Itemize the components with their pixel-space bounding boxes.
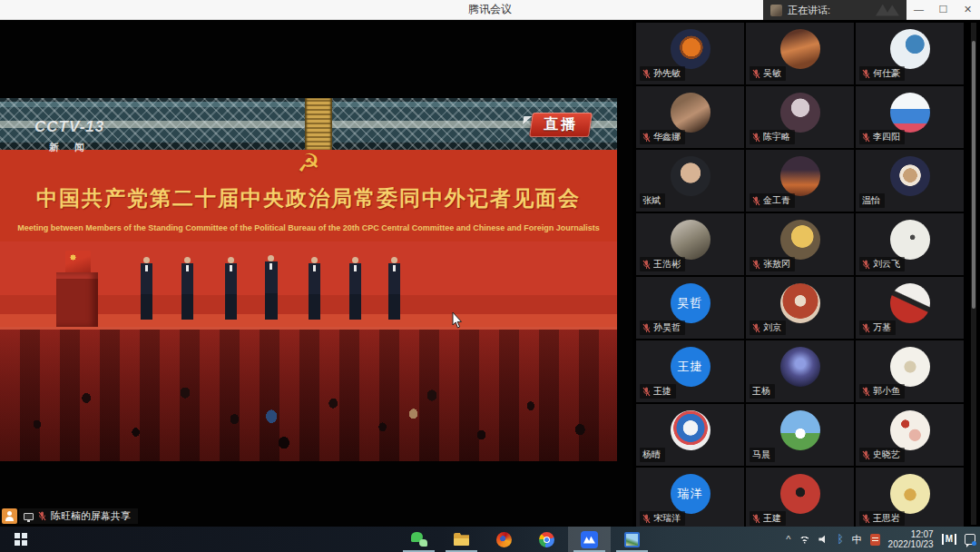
start-button[interactable] — [0, 527, 42, 552]
participant-tile[interactable]: 金工青 — [746, 150, 854, 212]
participant-tile[interactable]: 瑞洋 宋瑞洋 — [636, 468, 744, 527]
participant-tile[interactable]: 王杨 — [746, 340, 854, 402]
participant-name: 孙昊哲 — [653, 321, 681, 334]
participant-name: 万基 — [873, 321, 891, 334]
participant-tile[interactable]: 刘京 — [746, 277, 854, 339]
participant-name-tag: 吴敏 — [750, 66, 786, 81]
audience-area — [0, 327, 617, 461]
maximize-icon[interactable]: ☐ — [931, 0, 956, 20]
muted-mic-icon — [642, 387, 651, 397]
taskbar-app-explorer[interactable] — [440, 527, 483, 552]
standing-leader — [388, 263, 400, 320]
participant-avatar — [671, 29, 710, 69]
channel-name: CCTV-13 — [34, 118, 104, 136]
ime-indicator[interactable]: 中 — [852, 533, 862, 547]
participant-name-tag: 张斌 — [640, 193, 665, 208]
windows-logo-icon — [15, 533, 20, 538]
participant-tile[interactable]: 李四阳 — [856, 86, 964, 148]
participant-tile[interactable]: 王思岩 — [856, 468, 964, 527]
participant-tile[interactable]: 杨晴 — [636, 404, 744, 466]
muted-mic-icon — [752, 514, 760, 524]
participant-avatar: 瑞洋 — [671, 474, 710, 514]
participant-avatar — [890, 474, 930, 514]
participant-name: 王捷 — [653, 385, 671, 398]
participant-name: 刘云飞 — [873, 258, 900, 271]
participant-tile[interactable]: 陈宇略 — [746, 86, 854, 148]
participant-avatar — [890, 93, 930, 133]
standing-leader — [141, 263, 152, 320]
red-backdrop: ☭ 中国共产党第二十届中央政治局常委同中外记者见面会 Meeting betwe… — [0, 150, 617, 327]
taskbar-app-meeting[interactable] — [568, 527, 611, 552]
taskbar-app-firefox[interactable] — [483, 527, 525, 552]
participant-avatar — [890, 410, 930, 450]
muted-mic-icon — [862, 514, 870, 524]
clock-date: 2022/10/23 — [888, 539, 934, 549]
hidden-icons-chevron-icon[interactable]: ^ — [786, 534, 790, 545]
participant-name: 陈宇略 — [763, 131, 790, 143]
participant-tile[interactable]: 马晨 — [746, 404, 854, 466]
taskbar-app-photos[interactable] — [611, 527, 653, 552]
muted-mic-icon — [862, 133, 870, 143]
participant-name-tag: 华鑫娜 — [640, 130, 685, 144]
participant-avatar — [890, 283, 930, 323]
participant-tile[interactable]: 张敖冈 — [746, 213, 854, 275]
participant-tile[interactable]: 张斌 — [636, 150, 744, 212]
participant-avatar — [890, 29, 930, 69]
participant-tile[interactable]: 王建 — [746, 468, 854, 527]
participant-tile[interactable]: 温怡 — [856, 150, 964, 212]
standing-leader — [181, 263, 193, 320]
participant-name: 吴敏 — [763, 67, 781, 80]
muted-mic-icon — [862, 260, 870, 270]
banner-title-en: Meeting between Members of the Standing … — [0, 223, 617, 232]
participant-tile[interactable]: 孙先敏 — [636, 23, 744, 84]
minimize-icon[interactable]: — — [906, 0, 931, 20]
speaking-label: 正在讲话: — [788, 4, 830, 17]
participant-tile[interactable]: 万基 — [856, 277, 964, 339]
tray-app-icon[interactable] — [870, 534, 880, 546]
speaking-indicator[interactable]: 正在讲话: — [763, 0, 906, 20]
meeting-icon — [581, 531, 598, 548]
taskbar-app-chrome[interactable] — [525, 527, 568, 552]
taskbar-clock[interactable]: 12:07 2022/10/23 — [888, 529, 934, 549]
participant-tile[interactable]: 郭小鱼 — [856, 340, 964, 402]
screen-share-icon — [24, 513, 34, 520]
scrollbar-thumb[interactable] — [972, 41, 975, 309]
im-tray-icon[interactable]: M — [942, 534, 956, 545]
participant-avatar: 王捷 — [671, 347, 710, 387]
close-icon[interactable]: ✕ — [956, 0, 980, 20]
participant-tile[interactable]: 王浩彬 — [636, 213, 744, 275]
participant-name: 王思岩 — [873, 512, 900, 525]
participant-name-tag: 王思岩 — [859, 511, 905, 526]
participant-tile[interactable]: 刘云飞 — [856, 213, 964, 275]
screen-share-tag[interactable]: 陈旺楠的屏幕共享 — [2, 508, 138, 524]
participant-tile[interactable]: 吴敏 — [746, 23, 854, 84]
participant-avatar — [780, 29, 820, 69]
participant-name-tag: 王捷 — [640, 384, 676, 399]
muted-mic-icon — [862, 69, 870, 79]
participant-tile[interactable]: 王捷 王捷 — [636, 340, 744, 402]
participant-tile[interactable]: 昊哲 孙昊哲 — [636, 277, 744, 339]
bluetooth-icon[interactable]: ᛒ — [837, 535, 843, 544]
wifi-icon[interactable] — [799, 535, 810, 544]
participant-name-tag: 万基 — [859, 320, 896, 335]
share-label: 陈旺楠的屏幕共享 — [51, 509, 131, 523]
participant-tile[interactable]: 华鑫娜 — [636, 86, 744, 148]
grid-scrollbar[interactable] — [971, 23, 976, 525]
participant-tile[interactable]: 史晓艺 — [856, 404, 964, 466]
channel-sub: 新 闻 — [49, 141, 104, 154]
volume-icon[interactable] — [818, 535, 828, 544]
participant-name: 王建 — [763, 512, 781, 525]
gold-pillar — [305, 98, 332, 150]
broadcast-video: ☭ 中国共产党第二十届中央政治局常委同中外记者见面会 Meeting betwe… — [0, 98, 617, 461]
participant-tile[interactable]: 何仕豪 — [856, 23, 964, 84]
participant-name-tag: 王建 — [750, 511, 786, 526]
participant-name: 金工青 — [763, 194, 790, 207]
participant-avatar — [780, 93, 820, 133]
taskbar-app-wechat[interactable] — [397, 527, 440, 552]
participant-name-tag: 刘云飞 — [859, 257, 905, 271]
participant-name: 刘京 — [763, 321, 781, 334]
participant-name-tag: 刘京 — [750, 320, 786, 335]
action-center-icon[interactable] — [965, 534, 975, 545]
app-window: 腾讯会议 正在讲话: — ☐ ✕ ☭ 中国共产党第二十届中央政治局常委同中外记者… — [0, 0, 980, 552]
participant-name-tag: 金工青 — [750, 193, 795, 208]
